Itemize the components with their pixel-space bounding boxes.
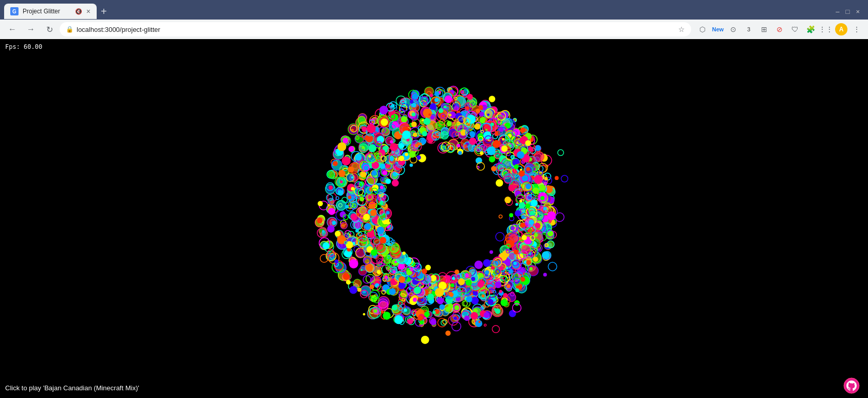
- maximize-button[interactable]: □: [846, 8, 850, 15]
- extensions-new-icon[interactable]: New: [711, 22, 725, 37]
- menu-icon[interactable]: ⋮⋮: [819, 22, 833, 37]
- github-icon[interactable]: [843, 377, 860, 394]
- toolbar-icons: ⬡ New ⊙ 3 ⊞ ⊘ 🛡 🧩 ⋮⋮ A ⋮: [695, 22, 864, 37]
- active-tab[interactable]: G Project Glitter 🔇 ×: [4, 4, 97, 19]
- lock-icon: 🔒: [66, 26, 74, 33]
- cast-icon[interactable]: ⬡: [695, 22, 710, 37]
- browser-chrome: G Project Glitter 🔇 × + – □ × ← → ↻ 🔒 lo…: [0, 0, 868, 39]
- minimize-button[interactable]: –: [836, 8, 839, 15]
- svg-point-0: [844, 378, 859, 393]
- forward-button[interactable]: →: [23, 21, 39, 38]
- adblock-icon[interactable]: ⊘: [772, 22, 787, 37]
- fps-counter: Fps: 60.00: [5, 43, 42, 50]
- puzzle-icon[interactable]: 🧩: [803, 22, 818, 37]
- chrome-icon[interactable]: ⊙: [726, 22, 740, 37]
- url-text: localhost:3000/project-glitter: [77, 26, 675, 33]
- new-tab-button[interactable]: +: [97, 6, 111, 16]
- shield-icon[interactable]: 🛡: [788, 22, 802, 37]
- tab-count-icon[interactable]: 3: [742, 22, 756, 37]
- tab-close-button[interactable]: ×: [86, 8, 91, 15]
- chrome-menu-button[interactable]: ⋮: [849, 22, 864, 37]
- refresh-button[interactable]: ↻: [41, 21, 58, 38]
- bookmark-icon[interactable]: ☆: [678, 25, 685, 33]
- click-to-play[interactable]: Click to play 'Bajan Canadian (Minecraft…: [5, 384, 139, 392]
- tab-bar: G Project Glitter 🔇 × + – □ ×: [0, 0, 868, 20]
- back-button[interactable]: ←: [4, 21, 21, 38]
- tab-favicon: G: [10, 7, 19, 15]
- nav-bar: ← → ↻ 🔒 localhost:3000/project-glitter ☆…: [0, 20, 868, 39]
- profile-button[interactable]: A: [834, 22, 848, 37]
- profile-avatar: A: [835, 23, 847, 35]
- tab-title: Project Glitter: [23, 8, 71, 15]
- window-controls: – □ ×: [836, 8, 864, 15]
- glitter-canvas[interactable]: [0, 39, 868, 398]
- tab-mute-button[interactable]: 🔇: [75, 8, 82, 15]
- address-bar[interactable]: 🔒 localhost:3000/project-glitter ☆: [60, 22, 691, 37]
- bookmark-manager-icon[interactable]: ⊞: [757, 22, 771, 37]
- close-window-button[interactable]: ×: [856, 8, 860, 15]
- app-content[interactable]: Fps: 60.00 Click to play 'Bajan Canadian…: [0, 39, 868, 398]
